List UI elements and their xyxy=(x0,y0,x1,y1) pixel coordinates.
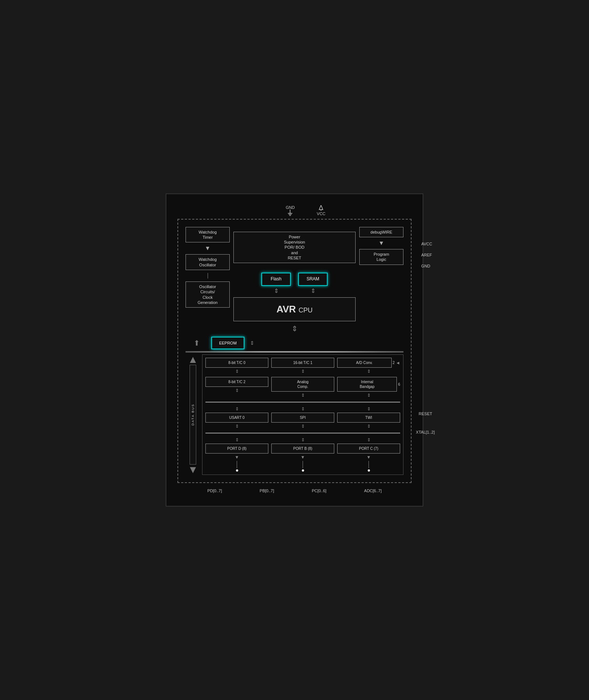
portc-arrows-down: ▼ xyxy=(367,455,371,460)
watchdog-osc-label: Watchdog Oscillator xyxy=(198,257,216,267)
portb-arrows-up: ⇕ xyxy=(301,437,305,442)
tc2-col: 8-bit T/C 2 ⇕ xyxy=(205,377,268,398)
osc-circuits-block: Oscillator Circuits/ Clock Generation xyxy=(186,281,230,308)
port-c-label: PORT C (7) xyxy=(359,447,378,451)
tc1-arrows: ⇕ xyxy=(301,369,305,374)
right-column: debugWIRE ▼ Program Logic xyxy=(359,227,403,333)
horizontal-bus xyxy=(186,351,403,353)
adc-bottom-label: ADC[6..7] xyxy=(364,489,382,493)
memory-row: Flash ⇕ SRAM ⇕ xyxy=(233,273,356,294)
spi-label: SPI xyxy=(300,416,306,420)
eeprom-row: ⬆ EEPROM ⇕ xyxy=(186,337,403,349)
sram-arrows: ⇕ xyxy=(311,287,315,294)
data-bus-arrow-up: ⬆ xyxy=(187,339,206,347)
chip-boundary: AVCC AREF GND RESET XTAL[1..2] Watchdog … xyxy=(177,219,412,483)
portc-arrows-up: ⇕ xyxy=(367,437,371,442)
program-logic-block: Program Logic xyxy=(359,249,403,265)
portd-arrows-up: ⇕ xyxy=(235,437,239,442)
top-section: Watchdog Timer ▼ Watchdog Oscillator Osc… xyxy=(186,227,403,333)
data-bus-arrow-up2: ▲ xyxy=(188,354,198,365)
twi-col: ⇕ TWI ⇕ xyxy=(337,406,400,429)
spi-col: ⇕ SPI ⇕ xyxy=(271,406,334,429)
usart-label: USART 0 xyxy=(229,416,245,420)
eeprom-label: EEPROM xyxy=(219,341,237,345)
spi-arrows-up: ⇕ xyxy=(301,406,305,412)
usart-block: USART 0 xyxy=(205,413,268,423)
watchdog-timer-block: Watchdog Timer xyxy=(186,227,230,243)
port-d-col: ⇕ PORT D (8) ▼ xyxy=(205,437,268,472)
vcc-power-label: VCC xyxy=(317,205,325,217)
data-bus-column: ▲ DATA BUS ▼ xyxy=(186,354,200,475)
xtal-label: XTAL[1..2] xyxy=(416,430,435,434)
portb-dot xyxy=(302,469,304,472)
diagram-container: GND VCC AVCC AREF GND RESET XTAL[1..2] xyxy=(166,193,423,507)
spi-block: SPI xyxy=(271,413,334,423)
flash-col: Flash ⇕ xyxy=(261,273,291,294)
tc0-block: 8-bit T/C 0 xyxy=(205,358,268,368)
aref-label: AREF xyxy=(421,253,432,257)
usart-col: ⇕ USART 0 ⇕ xyxy=(205,406,268,429)
analog-comp-col: Analog Comp. ⇕ xyxy=(271,377,334,398)
portd-dot xyxy=(236,469,238,472)
twi-arrows-up: ⇕ xyxy=(367,406,371,412)
twi-block: TWI xyxy=(337,413,400,423)
tc1-block: 16-bit T/C 1 xyxy=(271,358,334,368)
eeprom-bidirectional: ⇕ xyxy=(250,340,254,346)
portd-line xyxy=(237,461,237,468)
tc0-col: 8-bit T/C 0 ⇕ xyxy=(205,358,268,374)
bandgap-block: Internal Bandgap xyxy=(337,377,397,392)
tc1-col: 16-bit T/C 1 ⇕ xyxy=(271,358,334,374)
program-logic-label: Program Logic xyxy=(374,252,389,262)
avr-text: AVR xyxy=(276,304,299,315)
peripheral-row-2: 8-bit T/C 2 ⇕ Analog Comp. ⇕ Intern xyxy=(205,377,400,398)
center-column: Power Supervision POR/ BOD and RESET Fla… xyxy=(233,227,356,333)
adc-arrows: ⇕ xyxy=(367,369,371,374)
analog-comp-label: Analog Comp. xyxy=(297,380,308,389)
portc-line xyxy=(368,461,369,468)
sram-label: SRAM xyxy=(307,276,320,281)
power-supervision-block: Power Supervision POR/ BOD and RESET xyxy=(233,232,356,263)
peripheral-row-3: ⇕ USART 0 ⇕ ⇕ SPI ⇕ ⇕ xyxy=(205,406,400,429)
bandgap-bits: 6 xyxy=(398,382,400,386)
adc-bits: 2 xyxy=(393,361,395,365)
avcc-label: AVCC xyxy=(421,242,432,246)
flash-arrows: ⇕ xyxy=(274,287,279,294)
peripheral-row-1: 8-bit T/C 0 ⇕ 16-bit T/C 1 ⇕ A/D Co xyxy=(205,358,400,374)
port-bus-line xyxy=(205,433,400,434)
cpu-text: CPU xyxy=(299,307,313,314)
usart-arrows-down: ⇕ xyxy=(235,424,239,429)
port-d-label: PORT D (8) xyxy=(227,447,246,451)
data-bus-label: DATA BUS xyxy=(190,365,196,465)
peripheral-bus-line xyxy=(205,402,400,403)
peripherals-grid: 8-bit T/C 0 ⇕ 16-bit T/C 1 ⇕ A/D Co xyxy=(202,354,403,475)
tc0-label: 8-bit T/C 0 xyxy=(228,361,246,365)
tc2-arrows: ⇕ xyxy=(235,388,239,393)
adc-label: A/D Conv. xyxy=(356,361,373,365)
bottom-pin-labels: PD[0..7] PB[0..7] PC[0..6] ADC[6..7] xyxy=(174,483,415,495)
left-column: Watchdog Timer ▼ Watchdog Oscillator Osc… xyxy=(186,227,230,333)
portc-dot xyxy=(368,469,370,472)
arrow-wdt-osc: ▼ xyxy=(186,245,230,251)
spi-arrows-down: ⇕ xyxy=(301,424,305,429)
bandgap-with-bits: Internal Bandgap 6 xyxy=(337,377,400,392)
cpu-bus-arrow: ⇕ xyxy=(292,324,298,333)
data-bus-arrow-down: ▼ xyxy=(188,465,198,475)
sram-block: SRAM xyxy=(298,273,328,286)
osc-circuits-label: Oscillator Circuits/ Clock Generation xyxy=(198,284,218,305)
debugwire-label: debugWIRE xyxy=(370,230,392,234)
arrow-debug-prog: ▼ xyxy=(359,240,403,246)
pc-label: PC[0..6] xyxy=(312,489,327,493)
watchdog-timer-label: Watchdog Timer xyxy=(198,230,216,239)
pd-label: PD[0..7] xyxy=(207,489,222,493)
port-b-block: PORT B (8) xyxy=(271,444,334,454)
adc-col: A/D Conv. 2 ◄ ⇕ xyxy=(337,358,400,374)
twi-arrows-down: ⇕ xyxy=(367,424,371,429)
adc-block: A/D Conv. xyxy=(337,358,392,368)
portb-arrows-down: ▼ xyxy=(301,455,305,460)
usart-arrows-up: ⇕ xyxy=(235,406,239,412)
reset-label: RESET xyxy=(419,412,432,416)
port-b-label: PORT B (8) xyxy=(293,447,313,451)
port-c-block: PORT C (7) xyxy=(337,444,400,454)
avr-cpu-block: AVR CPU xyxy=(233,297,356,321)
flash-label: Flash xyxy=(271,276,281,281)
